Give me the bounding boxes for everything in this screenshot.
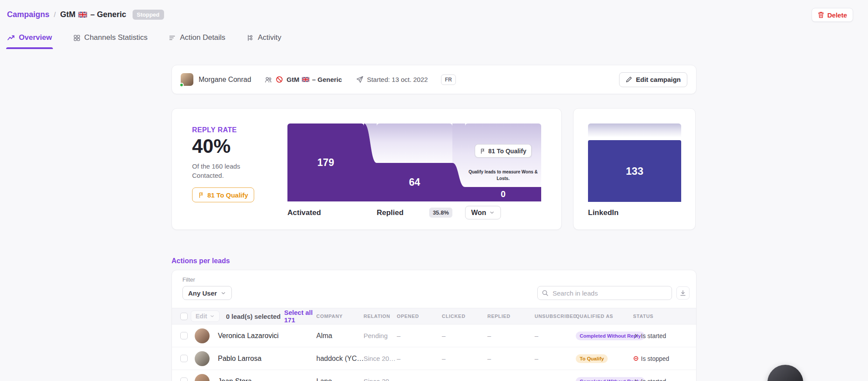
funnel-card: REPLY RATE 40% Of the 160 leads Contacte…: [172, 108, 562, 230]
reply-rate-subtitle: Of the 160 leads Contacted.: [192, 162, 250, 180]
row-checkbox[interactable]: [180, 377, 188, 381]
won-value: 0: [500, 189, 505, 199]
breadcrumb-campaigns-link[interactable]: Campaigns: [7, 10, 49, 19]
search-input[interactable]: [537, 286, 672, 300]
edit-dropdown-label: Edit: [196, 313, 207, 320]
selection-controls: Edit 0 lead(s) selected Select all 171: [191, 309, 316, 324]
leads-section: Actions per leads Filter Any User: [172, 257, 696, 381]
lead-status-label: Is stopped: [641, 355, 669, 362]
delete-button[interactable]: Delete: [812, 8, 853, 22]
chevron-down-icon: [489, 210, 495, 215]
tab-channels-statistics[interactable]: Channels Statistics: [73, 33, 148, 49]
lead-relation: Since 20…: [364, 377, 397, 381]
leads-section-title: Actions per leads: [172, 257, 696, 265]
lead-replied: –: [487, 377, 535, 381]
campaign-name-group: GtM – Generic: [264, 76, 342, 84]
search-wrap: [537, 286, 672, 300]
chevron-down-icon: [220, 290, 226, 296]
lead-status-label: Is started: [641, 378, 666, 381]
replied-rate-badge: 35.8%: [429, 208, 452, 218]
activated-bar: 179: [287, 123, 364, 201]
reply-rate-block: REPLY RATE 40% Of the 160 leads Contacte…: [192, 126, 275, 202]
pencil-icon: [626, 76, 632, 83]
tab-action-details[interactable]: Action Details: [168, 33, 225, 49]
started-date: Started: 13 oct. 2022: [367, 76, 428, 83]
won-to-qualify-button[interactable]: 81 To Qualify: [475, 144, 532, 158]
uk-flag-icon: [302, 77, 309, 82]
won-qualify-hint: Qualify leads to measure Wons & Losts.: [468, 169, 538, 182]
campaign-name-suffix: – Generic: [312, 76, 342, 83]
campaign-info-card: Morgane Conrad GtM: [172, 65, 696, 94]
funnel-stage-won: 0 81 To Qualify Qualify leads to measure…: [465, 123, 541, 219]
to-qualify-button[interactable]: 81 To Qualify: [192, 187, 254, 202]
funnel-stage-replied: 64 Replied 35.8%: [377, 123, 452, 218]
table-row[interactable]: Pablo Larrosa haddock (YC… Since 20… – –…: [172, 347, 696, 370]
user-filter-dropdown[interactable]: Any User: [182, 286, 232, 300]
lead-clicked: –: [442, 355, 487, 362]
row-checkbox[interactable]: [180, 355, 188, 362]
owner-name: Morgane Conrad: [199, 76, 251, 84]
funnel-chart: 179 Activated: [287, 123, 541, 219]
lead-unsubscribed: –: [535, 355, 576, 362]
col-qualified-as: QUALIFIED AS: [576, 314, 633, 319]
tab-overview[interactable]: Overview: [7, 33, 52, 49]
table-row[interactable]: Veronica Lazarovici Alma Pending – – – –…: [172, 325, 696, 347]
tab-activity[interactable]: Activity: [246, 33, 281, 49]
reply-rate-label: REPLY RATE: [192, 126, 275, 134]
selected-count: 0 lead(s) selected: [226, 313, 280, 320]
tab-bar: Overview Channels Statistics Action Deta…: [7, 33, 281, 49]
lead-relation: Since 20…: [364, 355, 397, 362]
tab-channels-statistics-label: Channels Statistics: [84, 33, 148, 42]
campaign-name-prefix: GtM: [287, 76, 299, 83]
trash-icon: [818, 11, 824, 18]
activated-value: 179: [317, 157, 334, 169]
funnel-stage-activated: 179 Activated: [287, 123, 364, 217]
lead-qualified-cell: To Qualify: [576, 354, 633, 363]
lead-opened: –: [397, 332, 442, 339]
leads-filter-area: Filter Any User: [172, 270, 696, 308]
send-icon: [356, 76, 364, 83]
filter-label: Filter: [182, 276, 195, 283]
won-dropdown[interactable]: Won: [465, 206, 501, 219]
stopped-icon: [633, 356, 639, 361]
download-button[interactable]: [676, 286, 690, 300]
page-title-prefix: GtM: [60, 10, 75, 19]
lead-unsubscribed: –: [535, 377, 576, 381]
replied-value: 64: [409, 176, 420, 188]
lead-name: Pablo Larrosa: [212, 355, 316, 363]
main-content: Morgane Conrad GtM: [172, 65, 696, 230]
col-company: COMPANY: [316, 314, 364, 319]
funnel-connector: [364, 123, 377, 201]
table-header-row: Edit 0 lead(s) selected Select all 171 C…: [172, 308, 696, 325]
row-checkbox[interactable]: [180, 332, 188, 339]
lead-clicked: –: [442, 377, 487, 381]
lead-qualified-cell: Completed Without Reply: [576, 332, 633, 340]
linkedin-bar: 133: [588, 140, 681, 202]
no-entry-icon: [276, 76, 283, 83]
tab-action-details-label: Action Details: [180, 33, 225, 42]
flag-icon: [198, 192, 204, 198]
lead-status-label: Is started: [641, 332, 666, 339]
user-filter-label: Any User: [188, 289, 217, 297]
qualified-badge: To Qualify: [576, 354, 608, 363]
people-icon: [264, 76, 272, 84]
select-all-checkbox[interactable]: [180, 313, 188, 320]
linkedin-card: 133 LinkedIn: [573, 108, 696, 230]
edit-dropdown[interactable]: Edit: [191, 310, 220, 322]
col-status: STATUS: [633, 314, 696, 319]
lead-company: Alma: [316, 332, 364, 340]
lead-qualified-cell: Completed Without Reply: [576, 377, 633, 381]
table-row[interactable]: Jean Stora Lano Since 20… – – – – Comple…: [172, 370, 696, 381]
chat-widget-launcher[interactable]: [767, 365, 803, 381]
lead-status: Is started: [633, 378, 696, 381]
breadcrumb-separator: /: [54, 11, 56, 19]
replied-label: Replied: [377, 208, 403, 217]
edit-campaign-button[interactable]: Edit campaign: [619, 72, 687, 87]
online-status-dot: [179, 83, 184, 87]
activity-icon: [246, 34, 254, 42]
select-all-link[interactable]: Select all 171: [284, 309, 316, 324]
lead-name: Veronica Lazarovici: [212, 332, 316, 340]
replied-unfilled: [377, 123, 452, 163]
lead-name: Jean Stora: [212, 377, 316, 381]
to-qualify-label: 81 To Qualify: [207, 191, 248, 199]
